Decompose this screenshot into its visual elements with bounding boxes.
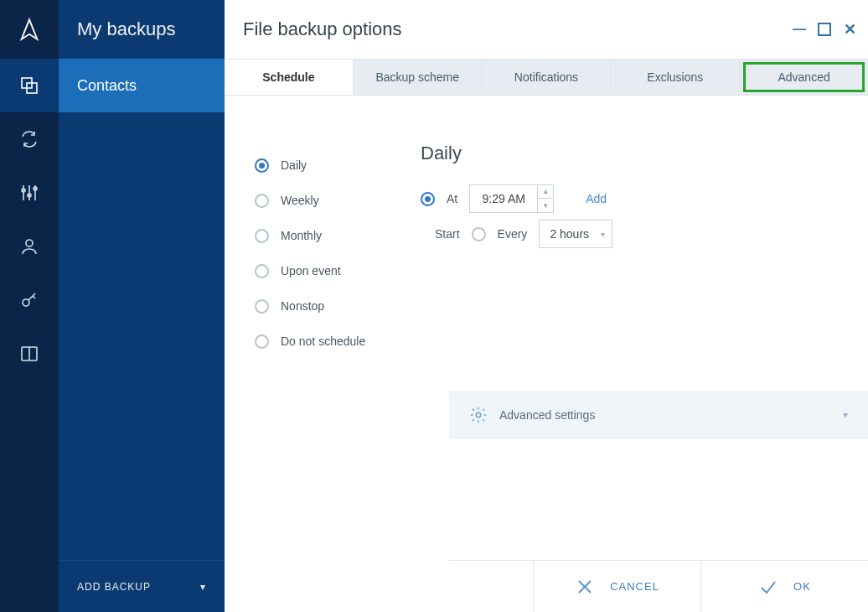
start-label: Start: [435, 227, 460, 241]
svg-point-9: [23, 299, 29, 306]
schedule-option-weekly[interactable]: Weekly: [255, 183, 421, 218]
radio-icon: [255, 264, 269, 278]
schedule-option-label: Daily: [281, 158, 307, 172]
time-step-up-icon[interactable]: ▲: [538, 185, 553, 199]
add-backup-label: ADD BACKUP: [77, 581, 151, 593]
schedule-option-daily[interactable]: Daily: [255, 148, 421, 183]
tab-exclusions[interactable]: Exclusions: [610, 60, 739, 95]
window-controls: ― ✕: [793, 23, 856, 36]
schedule-option-monthly[interactable]: Monthly: [255, 218, 421, 253]
schedule-details-heading: Daily: [421, 143, 868, 164]
schedule-option-do-not-schedule[interactable]: Do not schedule: [255, 324, 421, 359]
schedule-option-upon-event[interactable]: Upon event: [255, 253, 421, 288]
radio-icon: [255, 158, 269, 173]
tab-notifications[interactable]: Notifications: [482, 60, 611, 95]
add-backup-button[interactable]: ADD BACKUP ▾: [59, 560, 225, 612]
chevron-down-icon: ▾: [843, 409, 848, 421]
chevron-down-icon: ▾: [601, 230, 605, 239]
schedule-type-list: Daily Weekly Monthly Upon event: [225, 96, 421, 612]
schedule-option-label: Monthly: [281, 229, 322, 242]
icon-rail: [0, 0, 59, 612]
x-icon: [575, 577, 595, 597]
main-panel: File backup options ― ✕ Schedule Backup …: [225, 0, 868, 612]
radio-icon: [255, 229, 269, 243]
footer: CANCEL OK: [449, 560, 868, 612]
ok-button[interactable]: OK: [700, 561, 868, 612]
time-value: 9:29 AM: [470, 192, 537, 205]
tab-strip: Schedule Backup scheme Notifications Exc…: [225, 59, 868, 96]
chevron-down-icon: ▾: [200, 581, 206, 593]
gear-icon: [469, 406, 488, 424]
at-label: At: [447, 192, 457, 205]
radio-icon: [255, 299, 269, 314]
time-input[interactable]: 9:29 AM ▲ ▼: [469, 184, 554, 213]
rail-backup-icon[interactable]: [0, 59, 59, 112]
radio-icon: [255, 194, 269, 208]
nav-item-contacts[interactable]: Contacts: [59, 59, 225, 112]
check-icon: [758, 577, 778, 597]
title-bar: File backup options ― ✕: [225, 0, 868, 59]
advanced-settings-label: Advanced settings: [499, 408, 595, 422]
rail-sync-icon[interactable]: [0, 112, 59, 166]
ok-label: OK: [793, 580, 811, 593]
cancel-button[interactable]: CANCEL: [533, 561, 700, 612]
rail-account-icon[interactable]: [0, 220, 59, 273]
at-radio[interactable]: [421, 192, 435, 206]
schedule-details: Daily At 9:29 AM ▲ ▼ Add: [421, 96, 868, 612]
advanced-settings-toggle[interactable]: Advanced settings ▾: [449, 392, 868, 438]
cancel-label: CANCEL: [610, 580, 659, 593]
schedule-option-label: Do not schedule: [281, 335, 365, 348]
minimize-icon[interactable]: ―: [793, 23, 806, 36]
svg-point-12: [476, 412, 481, 418]
rail-tools-icon[interactable]: [0, 166, 59, 220]
time-step-down-icon[interactable]: ▼: [538, 199, 553, 212]
every-radio[interactable]: [472, 227, 486, 241]
add-time-link[interactable]: Add: [586, 192, 607, 205]
schedule-option-nonstop[interactable]: Nonstop: [255, 288, 421, 324]
schedule-option-label: Weekly: [281, 194, 319, 207]
tab-backup-scheme[interactable]: Backup scheme: [353, 60, 482, 95]
close-icon[interactable]: ✕: [843, 23, 856, 36]
schedule-option-label: Upon event: [281, 264, 341, 277]
every-interval-value: 2 hours: [550, 227, 589, 241]
every-interval-select[interactable]: 2 hours ▾: [539, 220, 612, 248]
rail-help-icon[interactable]: [0, 327, 59, 381]
app-logo-icon: [0, 0, 59, 59]
svg-point-8: [26, 240, 33, 246]
tab-advanced[interactable]: Advanced: [739, 60, 868, 95]
schedule-option-label: Nonstop: [281, 299, 324, 313]
every-label: Every: [498, 227, 528, 241]
rail-key-icon[interactable]: [0, 273, 59, 327]
nav-column: My backups Contacts ADD BACKUP ▾: [59, 0, 225, 612]
radio-icon: [255, 335, 269, 349]
maximize-icon[interactable]: [818, 23, 831, 36]
page-title: File backup options: [243, 18, 793, 40]
nav-title: My backups: [59, 0, 225, 59]
tab-schedule[interactable]: Schedule: [225, 60, 353, 95]
